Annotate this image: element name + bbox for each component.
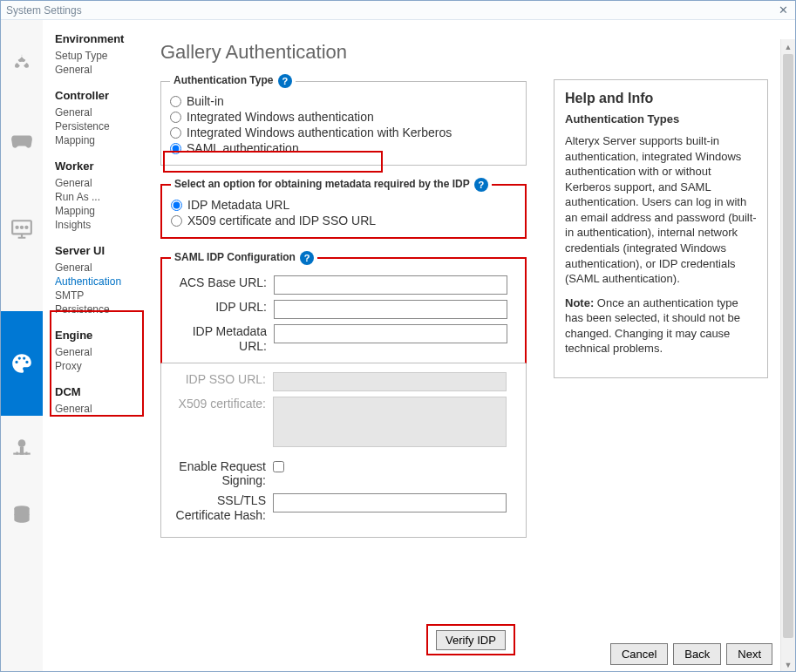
svg-rect-7 (17, 451, 18, 454)
scroll-up-icon[interactable]: ▲ (781, 39, 795, 54)
help-title: Help and Info (565, 89, 757, 108)
scroll-down-icon[interactable]: ▼ (781, 657, 795, 672)
nav-column: Environment Setup Type General Controlle… (43, 20, 143, 672)
database-icon[interactable] (1, 498, 43, 533)
radio-saml[interactable]: SAML authentication (170, 140, 517, 156)
fieldset-saml-config: SAML IDP Configuration ? ACS Base URL: I… (160, 251, 527, 363)
gamepad-icon[interactable] (1, 123, 43, 158)
fieldset-saml-config-cont: IDP SSO URL: X509 certificate: Enable Re… (160, 363, 527, 538)
label-x509: X509 certificate: (170, 397, 273, 411)
label-meta: IDP Metadata URL: (171, 324, 274, 354)
label-ssl: SSL/TLS Certificate Hash: (170, 493, 273, 523)
leaf-icon[interactable] (1, 46, 43, 81)
nav-item-dcm-general[interactable]: General (55, 402, 143, 416)
cancel-button[interactable]: Cancel (610, 643, 668, 665)
nav-engine: Engine General Proxy (43, 329, 143, 373)
page-title: Gallery Authentication (160, 41, 778, 64)
svg-point-4 (18, 439, 26, 447)
svg-point-2 (21, 227, 23, 228)
legend-auth-type: Authentication Type ? (170, 74, 296, 88)
nav-environment: Environment Setup Type General (43, 32, 143, 77)
checkbox-enable-request-signing[interactable] (273, 461, 284, 472)
fieldset-metadata-option: Select an option for obtaining metadata … (160, 178, 527, 239)
input-x509-certificate (273, 397, 507, 447)
label-idp: IDP URL: (171, 300, 274, 315)
help-paragraph-2: Note: Once an authentication type has be… (565, 295, 757, 356)
nav-serverui: Server UI General Authentication SMTP Pe… (43, 244, 143, 316)
close-icon[interactable]: ✕ (776, 3, 790, 17)
nav-hdr-worker: Worker (55, 160, 143, 173)
nav-worker: Worker General Run As ... Mapping Insigh… (43, 160, 143, 232)
title-bar: System Settings ✕ (1, 1, 795, 20)
radio-idp-metadata-url[interactable]: IDP Metadata URL (171, 197, 516, 213)
nav-item-wk-general[interactable]: General (55, 176, 143, 190)
nav-item-sui-smtp[interactable]: SMTP (55, 288, 143, 302)
svg-point-1 (17, 227, 18, 228)
nav-item-env-general[interactable]: General (55, 63, 143, 77)
radio-iwa-kerberos-input[interactable] (170, 127, 181, 139)
radio-builtin-input[interactable] (170, 96, 181, 107)
nav-hdr-controller: Controller (55, 89, 143, 102)
scroll-thumb[interactable] (783, 54, 793, 638)
nav-item-ctrl-persistence[interactable]: Persistence (55, 119, 143, 133)
nav-item-eng-general[interactable]: General (55, 345, 143, 359)
footer-buttons: Cancel Back Next (610, 643, 772, 665)
radio-x509-sso-input[interactable] (171, 215, 182, 227)
nav-item-wk-insights[interactable]: Insights (55, 218, 143, 232)
nav-item-wk-runas[interactable]: Run As ... (55, 190, 143, 204)
nav-hdr-dcm: DCM (55, 385, 143, 398)
nav-item-sui-persistence[interactable]: Persistence (55, 302, 143, 316)
radio-iwa-kerberos[interactable]: Integrated Windows authentication with K… (170, 125, 517, 140)
svg-rect-6 (13, 453, 31, 455)
help-panel: Help and Info Authentication Types Alter… (554, 79, 768, 378)
radio-builtin[interactable]: Built-in (170, 93, 517, 109)
radio-idp-metadata-url-input[interactable] (171, 200, 182, 211)
next-button[interactable]: Next (726, 643, 772, 665)
nav-hdr-engine: Engine (55, 329, 143, 342)
input-idp-sso-url (273, 372, 507, 391)
label-sso: IDP SSO URL: (170, 372, 273, 387)
help-icon[interactable]: ? (474, 178, 488, 192)
label-acs: ACS Base URL: (171, 275, 274, 290)
radio-iwa[interactable]: Integrated Windows authentication (170, 109, 517, 125)
verify-idp-button[interactable]: Verify IDP (436, 630, 506, 650)
svg-rect-8 (25, 451, 27, 454)
nav-item-eng-proxy[interactable]: Proxy (55, 359, 143, 373)
nav-dcm: DCM General (43, 385, 143, 416)
legend-saml-config: SAML IDP Configuration ? (171, 251, 317, 265)
palette-icon[interactable] (1, 311, 43, 416)
radio-saml-input[interactable] (170, 143, 181, 154)
legend-metadata-option: Select an option for obtaining metadata … (171, 178, 492, 192)
nav-item-setup-type[interactable]: Setup Type (55, 49, 143, 63)
scrollbar[interactable]: ▲ ▼ (780, 39, 795, 672)
input-ssl-cert-hash[interactable] (273, 493, 507, 512)
svg-point-3 (25, 227, 27, 228)
engine-icon[interactable] (1, 430, 43, 465)
back-button[interactable]: Back (673, 643, 721, 665)
help-icon[interactable]: ? (300, 251, 314, 265)
nav-item-ctrl-mapping[interactable]: Mapping (55, 133, 143, 147)
nav-item-sui-general[interactable]: General (55, 261, 143, 275)
monitor-icon[interactable] (1, 212, 43, 247)
label-sign: Enable Request Signing: (170, 459, 273, 489)
nav-item-wk-mapping[interactable]: Mapping (55, 204, 143, 218)
radio-iwa-input[interactable] (170, 112, 181, 123)
icon-column (1, 20, 43, 672)
input-acs-base-url[interactable] (274, 275, 507, 295)
help-subtitle: Authentication Types (565, 112, 757, 127)
nav-item-ctrl-general[interactable]: General (55, 105, 143, 119)
nav-item-sui-authentication[interactable]: Authentication (55, 275, 143, 288)
fieldset-auth-type: Authentication Type ? Built-in Integrate… (160, 74, 527, 166)
nav-hdr-serverui: Server UI (55, 244, 143, 257)
help-icon[interactable]: ? (278, 74, 292, 88)
help-paragraph-1: Alteryx Server supports built-in authent… (565, 133, 757, 286)
input-idp-url[interactable] (274, 300, 507, 319)
input-idp-metadata-url[interactable] (274, 324, 507, 343)
nav-controller: Controller General Persistence Mapping (43, 89, 143, 147)
radio-x509-sso[interactable]: X509 certificate and IDP SSO URL (171, 213, 516, 228)
nav-hdr-environment: Environment (55, 32, 143, 45)
highlight-verify-idp: Verify IDP (426, 624, 515, 655)
window-title: System Settings (6, 4, 82, 17)
